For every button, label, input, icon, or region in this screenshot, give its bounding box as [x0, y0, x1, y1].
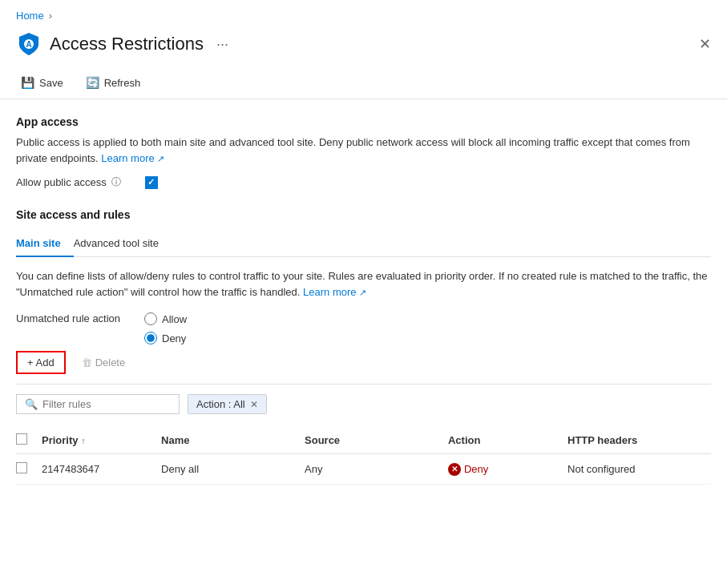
content-area: App access Public access is applied to b… [0, 99, 727, 501]
action-tag-label: Action : All [196, 398, 245, 410]
breadcrumb: Home › [0, 0, 727, 28]
unmatched-rule-options: Allow Deny [144, 312, 187, 351]
deny-label: Deny [464, 463, 488, 475]
rules-table: Priority ↑ Name Source Action HTTP heade… [16, 427, 711, 485]
row-name: Deny all [161, 454, 305, 485]
deny-circle-icon: ✕ [448, 463, 461, 476]
radio-allow-row: Allow [144, 312, 187, 325]
allow-public-access-label: Allow public access [16, 176, 107, 188]
tabs-bar: Main site Advanced tool site [16, 231, 711, 257]
app-access-section: App access Public access is applied to b… [16, 115, 711, 189]
tab-external-link-icon: ↗ [359, 288, 366, 297]
toolbar: 💾 Save 🔄 Refresh [0, 66, 727, 99]
page-container: Home › A Access Restrictions ··· ✕ 💾 Sav… [0, 0, 727, 588]
close-button[interactable]: ✕ [699, 35, 711, 53]
delete-label: Delete [95, 356, 126, 369]
col-header-check [16, 427, 42, 454]
breadcrumb-home[interactable]: Home [16, 10, 44, 22]
site-access-title: Site access and rules [16, 208, 711, 221]
col-header-action: Action [448, 427, 567, 454]
radio-deny-label: Deny [162, 332, 186, 344]
radio-allow-label: Allow [162, 313, 187, 325]
app-access-description: Public access is applied to both main si… [16, 135, 711, 166]
filter-input[interactable] [42, 398, 171, 410]
row-source: Any [305, 454, 448, 485]
allow-public-access-checkbox[interactable] [145, 176, 158, 189]
row-priority: 2147483647 [42, 454, 161, 485]
tab-learn-more[interactable]: Learn more ↗ [303, 286, 366, 298]
allow-public-access-row: Allow public access ⓘ [16, 175, 711, 189]
tab-description: You can define lists of allow/deny rules… [16, 268, 711, 300]
add-button[interactable]: + Add [16, 351, 66, 374]
action-filter-tag: Action : All ✕ [188, 394, 267, 414]
app-access-title: App access [16, 115, 711, 128]
external-link-icon: ↗ [157, 154, 164, 163]
action-bar: + Add 🗑 Delete [16, 351, 711, 385]
row-http-headers: Not configured [567, 454, 711, 485]
row-checkbox-cell [16, 454, 42, 485]
allow-public-access-label-group: Allow public access ⓘ [16, 175, 121, 189]
site-access-section: Site access and rules Main site Advanced… [16, 208, 711, 485]
unmatched-rule-label: Unmatched rule action [16, 312, 144, 324]
row-checkbox[interactable] [16, 462, 27, 473]
tab-main-site[interactable]: Main site [16, 231, 74, 257]
col-header-priority[interactable]: Priority ↑ [42, 427, 161, 454]
row-action: ✕ Deny [448, 454, 567, 485]
header-checkbox[interactable] [16, 433, 27, 445]
action-tag-close[interactable]: ✕ [250, 399, 258, 410]
col-header-http-headers: HTTP headers [567, 427, 711, 454]
app-access-learn-more[interactable]: Learn more ↗ [101, 152, 164, 164]
page-menu-button[interactable]: ··· [216, 36, 228, 53]
radio-deny-row: Deny [144, 332, 187, 344]
delete-icon: 🗑 [82, 356, 92, 369]
access-restrictions-icon: A [16, 31, 42, 57]
breadcrumb-separator: › [49, 10, 52, 22]
page-title: Access Restrictions [50, 34, 204, 54]
filter-input-wrap: 🔍 [16, 394, 180, 414]
save-button[interactable]: 💾 Save [16, 73, 68, 92]
page-header: A Access Restrictions ··· ✕ [0, 28, 727, 66]
page-header-left: A Access Restrictions ··· [16, 31, 228, 57]
priority-sort-icon: ↑ [81, 436, 86, 445]
filter-row: 🔍 Action : All ✕ [16, 394, 711, 414]
search-icon: 🔍 [25, 398, 38, 410]
delete-button[interactable]: 🗑 Delete [72, 352, 135, 373]
radio-allow[interactable] [144, 312, 157, 325]
svg-text:A: A [26, 40, 31, 49]
refresh-icon: 🔄 [86, 76, 99, 89]
table-row[interactable]: 2147483647 Deny all Any ✕ Deny Not confi… [16, 454, 711, 485]
save-icon: 💾 [21, 76, 34, 89]
unmatched-rule-row: Unmatched rule action Allow Deny [16, 312, 711, 351]
radio-deny[interactable] [144, 332, 157, 344]
tab-advanced-tool-site[interactable]: Advanced tool site [74, 231, 172, 257]
refresh-button[interactable]: 🔄 Refresh [81, 73, 146, 92]
refresh-label: Refresh [104, 77, 141, 89]
deny-badge: ✕ Deny [448, 463, 558, 476]
col-header-source: Source [305, 427, 448, 454]
allow-public-access-info-icon[interactable]: ⓘ [111, 175, 121, 189]
col-header-name: Name [161, 427, 305, 454]
save-label: Save [39, 77, 63, 89]
table-header-row: Priority ↑ Name Source Action HTTP heade… [16, 427, 711, 454]
